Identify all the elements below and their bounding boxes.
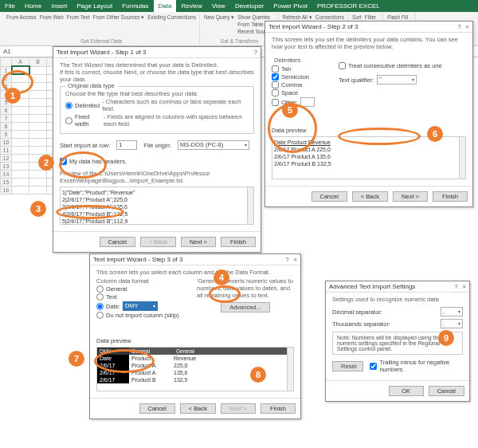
opt-delimited[interactable]: Delimited- Characters such as commas or … bbox=[65, 98, 249, 112]
thousands-select[interactable]: .▾ bbox=[441, 319, 463, 328]
tab-formulas[interactable]: Formulas bbox=[117, 0, 153, 12]
tab-power-pivot[interactable]: Power Pivot bbox=[268, 0, 312, 12]
btn-back[interactable]: < Back bbox=[352, 191, 388, 202]
advanced-settings: Advanced Text Import Settings?× Settings… bbox=[325, 281, 470, 402]
btn-filter[interactable]: Filter bbox=[365, 14, 376, 21]
decimal-label: Decimal separator: bbox=[332, 308, 382, 316]
close-icon[interactable]: × bbox=[463, 283, 466, 290]
opt-fixed-width[interactable]: Fixed width- Fields are aligned in colum… bbox=[65, 113, 249, 128]
btn-reset[interactable]: Reset bbox=[332, 361, 363, 371]
thousands-label: Thousands separator: bbox=[332, 320, 390, 328]
tab-page-layout[interactable]: Page Layout bbox=[72, 0, 117, 12]
btn-next[interactable]: Next > bbox=[393, 191, 428, 202]
btn-cancel[interactable]: Cancel bbox=[100, 237, 135, 247]
close-icon[interactable]: × bbox=[294, 256, 297, 263]
tab-review[interactable]: Review bbox=[176, 0, 206, 12]
other-delim-input[interactable] bbox=[300, 97, 315, 107]
preview-label: Data preview bbox=[272, 127, 466, 134]
help-icon[interactable]: ? bbox=[454, 283, 457, 290]
btn-sort[interactable]: Sort bbox=[352, 14, 362, 21]
chk-other[interactable]: Other: bbox=[272, 97, 331, 107]
btn-refresh-all[interactable]: Refresh All ▾ bbox=[283, 14, 312, 21]
file-origin-label: File origin: bbox=[143, 142, 171, 149]
btn-new-query[interactable]: New Query ▾ bbox=[204, 14, 234, 21]
start-row-input[interactable]: 1 bbox=[116, 140, 137, 150]
btn-next: Next > bbox=[221, 403, 256, 414]
btn-show-queries[interactable]: Show Queries bbox=[237, 14, 274, 21]
qualifier-select[interactable]: "▾ bbox=[377, 75, 417, 84]
group-label: Get External Data bbox=[6, 38, 196, 44]
chk-tab[interactable]: Tab bbox=[272, 65, 331, 73]
dialog-title: Text Import Wizard - Step 1 of 3 bbox=[57, 49, 146, 56]
tab-developer[interactable]: Developer bbox=[230, 0, 268, 12]
preview-box: Date Product Revenue 2/6/17 Product A 22… bbox=[272, 136, 466, 179]
tab-view[interactable]: View bbox=[207, 0, 230, 12]
preview-box: DMY General General DateProductRevenue 2… bbox=[96, 347, 294, 391]
intro-text: Settings used to recognize numeric data bbox=[332, 296, 463, 303]
decimal-select[interactable]: ,▾ bbox=[441, 307, 463, 316]
format-hint: 'General' converts numeric values to num… bbox=[197, 277, 294, 299]
btn-cancel[interactable]: Cancel bbox=[311, 191, 347, 202]
dialog-title: Advanced Text Import Settings bbox=[329, 283, 415, 290]
note: Note: Numbers will be displayed using th… bbox=[332, 332, 463, 355]
btn-next[interactable]: Next > bbox=[181, 237, 216, 247]
btn-existing-conn[interactable]: Existing Connections bbox=[147, 14, 196, 21]
btn-flash-fill[interactable]: Flash Fill bbox=[387, 14, 408, 21]
tab-professor-excel[interactable]: PROFESSOR EXCEL bbox=[312, 0, 385, 12]
chk-has-headers[interactable]: My data has headers. bbox=[60, 158, 254, 165]
opt-text[interactable]: Text bbox=[96, 293, 190, 301]
close-icon[interactable]: × bbox=[466, 23, 469, 30]
btn-back[interactable]: < Back bbox=[180, 403, 216, 414]
scrollbar[interactable] bbox=[287, 348, 293, 391]
tab-data[interactable]: Data bbox=[154, 0, 177, 12]
tab-file[interactable]: File bbox=[0, 0, 20, 12]
prompt: Choose the file type that best describes… bbox=[65, 90, 249, 97]
ribbon-tabs: File Home Insert Page Layout Formulas Da… bbox=[0, 0, 478, 12]
opt-skip[interactable]: Do not import column (skip) bbox=[96, 312, 190, 319]
btn-back: < Back bbox=[140, 237, 176, 247]
wizard-step1: Text Import Wizard - Step 1 of 3? The Te… bbox=[53, 46, 261, 253]
btn-from-web[interactable]: From Web bbox=[40, 14, 64, 21]
qualifier-label: Text qualifier: bbox=[339, 77, 374, 84]
intro-text: The Text Wizard has determined that your… bbox=[60, 61, 254, 69]
dialog-title: Text Import Wizard - Step 3 of 3 bbox=[93, 256, 182, 263]
btn-finish[interactable]: Finish bbox=[261, 403, 296, 414]
legend: Column data format bbox=[96, 277, 190, 285]
tab-insert[interactable]: Insert bbox=[46, 0, 72, 12]
btn-connections[interactable]: Connections bbox=[315, 14, 344, 21]
preview-label: Data preview bbox=[96, 337, 294, 344]
btn-from-access[interactable]: From Access bbox=[6, 14, 37, 21]
wizard-step3: Text Import Wizard - Step 3 of 3?× This … bbox=[89, 253, 301, 419]
btn-from-text[interactable]: From Text bbox=[67, 14, 90, 21]
btn-cancel[interactable]: Cancel bbox=[139, 403, 175, 414]
help-icon[interactable]: ? bbox=[285, 256, 288, 263]
dialog-title: Text Import Wizard - Step 2 of 3 bbox=[268, 23, 358, 30]
btn-advanced[interactable]: Advanced... bbox=[221, 302, 270, 312]
btn-from-other[interactable]: From Other Sources ▾ bbox=[93, 14, 145, 21]
date-format-select[interactable]: DMY▾ bbox=[123, 301, 158, 311]
btn-finish[interactable]: Finish bbox=[221, 237, 256, 247]
chk-semicolon[interactable]: Semicolon bbox=[272, 73, 331, 81]
btn-cancel[interactable]: Cancel bbox=[429, 386, 464, 396]
chk-space[interactable]: Space bbox=[272, 89, 331, 96]
opt-date[interactable]: Date: DMY▾ bbox=[96, 301, 190, 311]
tab-home[interactable]: Home bbox=[20, 0, 46, 12]
chk-trailing-minus[interactable]: Trailing minus for negative numbers bbox=[370, 359, 463, 373]
wizard-step2: Text Import Wizard - Step 2 of 3?× This … bbox=[264, 21, 473, 207]
opt-general[interactable]: General bbox=[96, 285, 190, 293]
preview-label: Preview of file C:\Users\Henrik\OneDrive… bbox=[60, 170, 254, 184]
intro-text: This screen lets you set the delimiters … bbox=[272, 36, 466, 50]
intro-text2: If this is correct, choose Next, or choo… bbox=[60, 69, 254, 83]
legend: Delimiters bbox=[272, 57, 331, 64]
scrollbar[interactable] bbox=[459, 137, 465, 179]
btn-ok[interactable]: OK bbox=[389, 386, 424, 396]
scrollbar[interactable] bbox=[247, 187, 253, 224]
preview-box: 1|"Date";"Product";"Revenue" 2|2/6/17;"P… bbox=[60, 187, 254, 225]
btn-finish[interactable]: Finish bbox=[433, 191, 468, 202]
chk-consecutive[interactable]: Treat consecutive delimiters as one bbox=[339, 62, 466, 69]
intro-text: This screen lets you select each column … bbox=[96, 269, 294, 276]
chk-comma[interactable]: Comma bbox=[272, 81, 331, 88]
file-origin-select[interactable]: MS-DOS (PC-8)▾ bbox=[178, 140, 249, 150]
help-icon[interactable]: ? bbox=[457, 23, 460, 30]
help-icon[interactable]: ? bbox=[254, 49, 257, 56]
